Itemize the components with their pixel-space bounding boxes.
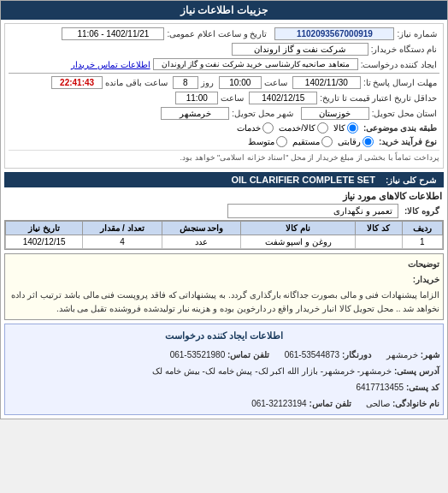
shahr-label: شهر محل تحویل: [229,108,295,119]
kala-table-wrapper: ردیف کد کالا نام کالا واحد سنجش تعداد / … [4,220,444,250]
shahr-value: خرمشهر [161,107,229,120]
info-line-4: نام خانوادگی: صالحی تلفن تماس: 32123194-… [9,396,439,411]
search-key-value: OIL CLARIFIER COMPLETE SET [231,175,374,185]
mohlat-saat: 10:00 [219,76,262,89]
info-line-2: آدرس پستی: خرمشهر- خرمشهر- بازار الله اک… [9,364,439,378]
darkhwast-value: شرکت نفت و گاز اروندان [232,43,368,56]
radio-mostaqim[interactable]: مستقیم [292,136,333,147]
shmare-niaz-label: شماره نیاز: [394,28,439,39]
th-radif: ردیف [402,222,442,235]
eijad-value: متعاهد صانحیه کارشناسی خرید شرکت نفت و گ… [153,58,358,70]
telefon-value: 53521980-061 [170,350,226,359]
kala-table: ردیف کد کالا نام کالا واحد سنجش تعداد / … [5,221,443,249]
grohe-kala-value: تعمیر و نگهداری [227,204,398,218]
mobile-label: تلفن تماس: [309,399,351,408]
tabeh-radio-group: کالا کالا/خدمت خدمات [237,122,358,134]
naweh-label: نوع فرآیند خرید: [376,136,439,147]
name-eijad-value: صالحی [366,399,390,408]
radio-khadamat-input[interactable] [262,122,274,134]
codeposti-label: کد پستی: [406,383,439,392]
th-tedad: تعداد / مقدار [83,222,162,235]
city-value: خرمشهر [386,350,418,359]
td-tarikh: 1402/12/15 [6,235,83,249]
darkhwast-label: نام دستگاه خریدار: [368,44,439,55]
radio-service-input[interactable] [317,122,328,134]
description-box: توضیحات خریدار: الزاما پیشنهادات فنی و م… [4,253,444,320]
row-tabeh: طبقه بندی موضوعی: کالا کالا/خدمت خدمات [9,122,439,134]
radio-raqabati[interactable]: رقابتی [338,136,374,147]
radio-khadamat[interactable]: خدمات [237,122,274,134]
th-kod: کد کالا [355,222,402,235]
taslim-saat: 11:00 [175,92,218,104]
info-section: اطلاعات ایجاد کننده درخواست شهر: خرمشهر … [4,324,444,415]
dorandeye-value: 53544873-061 [285,350,340,359]
grohe-kala-row: گروه کالا: تعمیر و نگهداری [6,204,442,218]
row-taslim: حداقل تاریخ اعتبار قیمت تا تاریخ: 1402/1… [9,92,439,104]
taslim-label: حداقل تاریخ اعتبار قیمت تا تاریخ: [317,92,439,104]
pardi-label: پرداخت تماماً با بخشی از مبلغ خریدار از … [180,153,439,162]
td-vahed: عدد [162,235,241,249]
tarikh-value: 1402/11/21 - 11:06 [62,27,164,40]
mobile-value: 32123194-061 [251,399,307,408]
radio-motavasset-input[interactable] [276,136,287,147]
description-kharidar-label: خریدار: [9,273,439,287]
th-tarikh: تاریخ نیاز [6,222,83,235]
description-title: توضیحات [9,258,439,271]
td-radif: 1 [402,235,442,249]
codeposti-value: 6417713455 [356,383,404,392]
ostan-label: استان محل تحویل: [369,108,439,119]
shmare-niaz-value: 1102093567000919 [274,27,394,40]
td-kod [355,235,402,249]
th-name: نام کالا [241,222,356,235]
search-key-section-title: شرح کلی نیاز: OIL CLARIFIER COMPLETE SET [4,172,444,187]
top-info-section: شماره نیاز: 1102093567000919 تاریخ و ساع… [4,23,444,169]
name-eijad-label: نام خانوادگی: [392,399,439,408]
description-content: الزاما پیشنهادات فنی و مالی بصورت جداگان… [9,288,439,316]
radio-raqabati-input[interactable] [363,136,374,147]
radio-service-label: کالا/خدمت [279,123,315,133]
radio-mostaqim-input[interactable] [321,136,333,147]
taslim-date: 1402/12/15 [249,92,317,104]
radio-motavasset[interactable]: متوسط [248,136,287,147]
row-shmare-tarikh: شماره نیاز: 1102093567000919 تاریخ و ساع… [9,27,439,40]
td-tedad: 4 [83,235,162,249]
radio-raqabati-label: رقابتی [338,137,361,146]
tarikh-label: تاریخ و ساعت اعلام عمومی: [164,28,269,39]
radio-kala-input[interactable] [347,122,358,134]
table-header-row: ردیف کد کالا نام کالا واحد سنجش تعداد / … [6,222,443,235]
radio-mostaqim-label: مستقیم [292,137,320,146]
info-line-1: شهر: خرمشهر دورنگار: 53544873-061 تلفن ت… [9,347,439,362]
th-vahed: واحد سنجش [162,222,241,235]
row-pardi: پرداخت تماماً با بخشی از مبلغ خریدار از … [9,150,439,162]
radio-khadamat-label: خدمات [237,123,261,133]
radio-service[interactable]: کالا/خدمت [279,122,328,134]
namarshane-value: خرمشهر- خرمشهر- بازار الله اکبر لک- پیش … [152,366,392,376]
radio-motavasset-label: متوسط [248,137,274,146]
grohe-kala-label: گروه کالا: [402,205,442,217]
table-row: 1روغن و اسپو شفتعدد41402/12/15 [6,235,443,249]
radio-kala-label: کالا [333,123,345,133]
header-title: جزییات اطلاعات نیاز [180,4,268,16]
page-wrapper: جزییات اطلاعات نیاز شماره نیاز: 11020935… [0,0,448,419]
city-label: شهر: [421,350,439,359]
telefon-label: تلفن تماس: [227,350,269,359]
dorandeye-label: دورنگار: [342,350,371,359]
eijad-label: ایجاد کننده درخواست: [358,59,439,70]
mohlat-label: مهلت ارسال پاسخ تا: [361,77,439,88]
row-darkhwast: نام دستگاه خریدار: شرکت نفت و گاز اروندا… [9,43,439,56]
roz-value: 8 [173,76,198,89]
row-eijad: ایجاد کننده درخواست: متعاهد صانحیه کارشن… [9,58,439,70]
mohlat-saat-label: ساعت [262,77,290,88]
baqi-value: 22:41:43 [51,76,103,89]
search-key-label: شرح کلی نیاز: [383,175,439,186]
info-line-3: کد پستی: 6417713455 [9,380,439,395]
row-ostan: استان محل تحویل: خوزستان شهر محل تحویل: … [9,107,439,120]
namarshane-label: آدرس پستی: [394,366,439,376]
row-naweh: نوع فرآیند خرید: رقابتی مستقیم متوسط [9,136,439,147]
info-moredniyaz-text: اطلاعات کالاهای مورد نیاز [343,191,442,201]
taslim-saat-label: ساعت [218,92,246,104]
radio-kala[interactable]: کالا [333,122,358,134]
row-mohlat: مهلت ارسال پاسخ تا: 1402/11/30 ساعت 10:0… [9,76,439,89]
info-moredniyaz-title: اطلاعات کالاهای مورد نیاز [6,191,442,202]
ettelaat-link[interactable]: اطلاعات تماس خریدار [71,60,150,69]
